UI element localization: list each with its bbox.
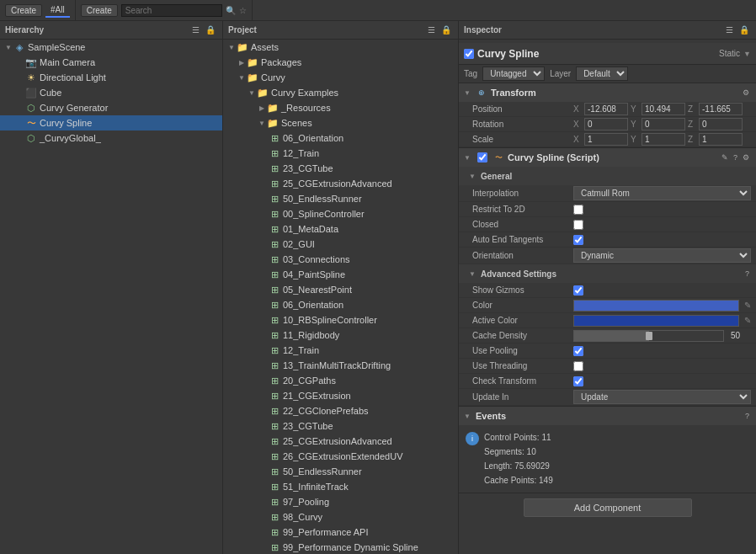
tree-item-cube[interactable]: ⬛ Cube: [0, 85, 222, 100]
inspector-menu-button[interactable]: ☰: [724, 25, 735, 35]
scale-z[interactable]: [699, 133, 743, 146]
list-item[interactable]: ⊞20_CGPaths: [223, 373, 458, 388]
list-item[interactable]: ⊞10_RBSplineController: [223, 312, 458, 328]
list-item[interactable]: ⊞21_CGExtrusion: [223, 388, 458, 403]
curvy-edit-button[interactable]: ✎: [720, 153, 730, 162]
advanced-subheader[interactable]: ▼ Advanced Settings ?: [459, 264, 756, 283]
list-item[interactable]: ⊞06_Orientation: [223, 297, 458, 312]
rotation-y[interactable]: [642, 118, 685, 131]
orientation-dropdown[interactable]: Dynamic: [573, 248, 751, 263]
list-item[interactable]: ⊞26_CGExtrusionExtendedUV: [223, 449, 458, 464]
active-color-swatch[interactable]: [573, 315, 739, 327]
list-item[interactable]: ⊞13_TrainMultiTrackDrifting: [223, 358, 458, 373]
restrict2d-checkbox[interactable]: [573, 205, 583, 215]
tree-item-curvy-examples[interactable]: ▼ 📁 Curvy Examples: [223, 85, 458, 100]
folder-icon-curvy-examples: 📁: [257, 87, 269, 99]
update-in-dropdown[interactable]: Update: [573, 390, 751, 404]
tag-label: Tag: [464, 69, 477, 78]
list-item[interactable]: ⊞50_EndlessRunner: [223, 464, 458, 479]
list-item[interactable]: ⊞23_CGTube: [223, 161, 458, 176]
tree-item-maincamera[interactable]: 📷 Main Camera: [0, 55, 222, 70]
inspector-lock-button[interactable]: 🔒: [737, 25, 751, 35]
hierarchy-lock-button[interactable]: 🔒: [204, 25, 217, 35]
closed-checkbox[interactable]: [573, 220, 583, 230]
interpolation-label: Interpolation: [472, 189, 573, 198]
transform-settings-button[interactable]: ⚙: [741, 88, 751, 97]
list-item[interactable]: ⊞99_Performance API: [223, 525, 458, 540]
scale-x[interactable]: [584, 133, 628, 146]
tree-item-curvyglobal[interactable]: ⬡ _CurvyGlobal_: [0, 131, 222, 146]
scene-file-icon: ⊞: [269, 223, 280, 235]
position-z[interactable]: [699, 103, 743, 115]
create-hierarchy-button[interactable]: Create: [5, 4, 42, 17]
check-transform-checkbox[interactable]: [573, 376, 583, 386]
closed-label: Closed: [472, 220, 573, 229]
list-item[interactable]: ⊞97_Pooling: [223, 494, 458, 509]
list-item[interactable]: ⊞25_CGExtrusionAdvanced: [223, 434, 458, 449]
use-pooling-checkbox[interactable]: [573, 346, 583, 356]
project-lock-button[interactable]: 🔒: [439, 25, 453, 35]
scale-y[interactable]: [642, 133, 685, 146]
curvy-settings-button[interactable]: ⚙: [741, 153, 751, 162]
use-threading-row: Use Threading: [459, 359, 756, 374]
advanced-help-button[interactable]: ?: [743, 269, 751, 278]
list-item[interactable]: ⊞98_Curvy: [223, 509, 458, 525]
all-tab[interactable]: #All: [45, 3, 70, 18]
tree-item-samplescene[interactable]: ▼ ◈ SampleScene: [0, 40, 222, 55]
layer-dropdown[interactable]: Default: [576, 67, 628, 81]
curvy-help-button[interactable]: ?: [732, 153, 739, 162]
list-item[interactable]: ⊞23_CGTube: [223, 418, 458, 434]
search-input[interactable]: [121, 4, 222, 17]
active-color-edit-icon[interactable]: ✎: [744, 316, 751, 325]
list-item[interactable]: ⊞51_InfiniteTrack: [223, 479, 458, 494]
tree-item-scenes[interactable]: ▼ 📁 Scenes: [223, 115, 458, 131]
curvy-spline-active-checkbox[interactable]: [477, 152, 487, 162]
list-item[interactable]: ⊞22_CGClonePrefabs: [223, 403, 458, 418]
hierarchy-menu-button[interactable]: ☰: [190, 25, 201, 35]
tree-item-packages[interactable]: ▶ 📁 Packages: [223, 55, 458, 70]
project-menu-button[interactable]: ☰: [426, 25, 437, 35]
list-item[interactable]: ⊞04_PaintSpline: [223, 267, 458, 282]
tree-item-curvy-spline[interactable]: 〜 Curvy Spline: [0, 115, 222, 131]
position-x[interactable]: [584, 103, 628, 115]
general-subheader[interactable]: ▼ General: [459, 167, 756, 185]
tree-item-curvy[interactable]: ▼ 📁 Curvy: [223, 70, 458, 85]
add-component-button[interactable]: Add Component: [524, 498, 692, 517]
use-pooling-value: [573, 346, 751, 356]
list-item[interactable]: ⊞00_SplineController: [223, 206, 458, 221]
obj-active-checkbox[interactable]: [464, 49, 474, 59]
list-item[interactable]: ⊞12_Train: [223, 146, 458, 161]
create-project-button[interactable]: Create: [81, 4, 118, 17]
list-item[interactable]: ⊞03_Connections: [223, 252, 458, 267]
color-swatch[interactable]: [573, 300, 739, 312]
list-item[interactable]: ⊞01_MetaData: [223, 221, 458, 237]
list-item[interactable]: ⊞05_NearestPoint: [223, 282, 458, 297]
events-help-button[interactable]: ?: [743, 412, 751, 420]
transform-header[interactable]: ▼ ⊕ Transform ⚙: [459, 83, 756, 102]
cache-density-slider[interactable]: [573, 330, 724, 342]
rotation-z[interactable]: [699, 118, 743, 131]
list-item[interactable]: ⊞99_Performance Dynamic Spline: [223, 540, 458, 554]
list-item[interactable]: ⊞06_Orientation: [223, 131, 458, 146]
list-item[interactable]: ⊞50_EndlessRunner: [223, 191, 458, 206]
tree-item-assets[interactable]: ▼ 📁 Assets: [223, 40, 458, 55]
events-header[interactable]: ▼ Events ?: [459, 407, 756, 425]
rotation-x[interactable]: [584, 118, 628, 131]
auto-end-checkbox[interactable]: [573, 235, 583, 245]
show-gizmos-checkbox[interactable]: [573, 285, 583, 296]
list-item[interactable]: ⊞11_Rigidbody: [223, 328, 458, 343]
tag-dropdown[interactable]: Untagged: [482, 67, 545, 81]
list-item[interactable]: ⊞25_CGExtrusionAdvanced: [223, 176, 458, 191]
tree-item-curvygenerator[interactable]: ⬡ Curvy Generator: [0, 100, 222, 115]
position-y[interactable]: [642, 103, 685, 115]
use-threading-checkbox[interactable]: [573, 361, 583, 371]
tree-item-resources[interactable]: ▶ 📁 _Resources: [223, 100, 458, 115]
tree-item-directionallight[interactable]: ☀ Directional Light: [0, 70, 222, 85]
curvy-spline-header[interactable]: ▼ 〜 Curvy Spline (Script) ✎ ? ⚙: [459, 148, 756, 167]
inspector-panel-icons: ☰ 🔒: [724, 25, 751, 35]
color-edit-icon[interactable]: ✎: [744, 301, 751, 310]
list-item[interactable]: ⊞02_GUI: [223, 237, 458, 252]
list-item[interactable]: ⊞12_Train: [223, 343, 458, 358]
static-dropdown-arrow[interactable]: ▼: [743, 50, 751, 58]
interpolation-dropdown[interactable]: Catmull Rom: [573, 186, 751, 200]
